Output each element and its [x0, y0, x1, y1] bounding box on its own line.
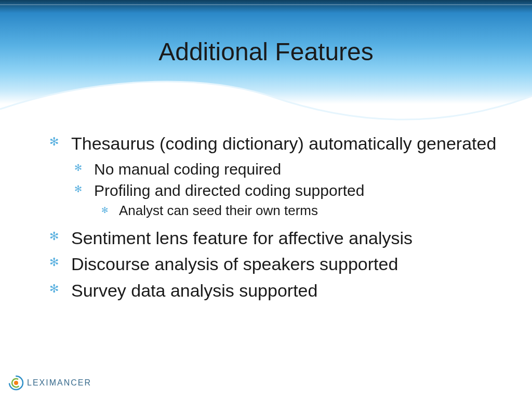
header-wave-decoration — [0, 68, 532, 135]
bullet-item: No manual coding required — [74, 159, 501, 179]
header-divider — [0, 4, 532, 5]
svg-point-2 — [14, 381, 18, 385]
logo-swirl-icon — [8, 375, 24, 391]
bullet-text: Discourse analysis of speakers supported — [71, 254, 398, 274]
logo-text: LEXIMANCER — [27, 378, 91, 388]
bullet-text: Thesaurus (coding dictionary) automatica… — [71, 134, 496, 153]
bullet-text: Survey data analysis supported — [71, 281, 317, 300]
bullet-item: Analyst can seed their own terms — [101, 202, 501, 220]
bullet-item: Survey data analysis supported — [49, 280, 501, 302]
bullet-text: No manual coding required — [94, 161, 281, 178]
bullet-text: Profiling and directed coding supported — [94, 182, 364, 199]
bullet-item: Sentiment lens feature for affective ana… — [49, 227, 501, 249]
slide-content: Thesaurus (coding dictionary) automatica… — [49, 132, 501, 305]
bullet-text: Analyst can seed their own terms — [119, 203, 318, 218]
bullet-item: Thesaurus (coding dictionary) automatica… — [49, 132, 501, 155]
bullet-text: Sentiment lens feature for affective ana… — [71, 228, 413, 248]
nested-bullets: No manual coding required Profiling and … — [49, 159, 501, 220]
bullet-item: Discourse analysis of speakers supported — [49, 253, 501, 275]
slide-title: Additional Features — [0, 37, 532, 66]
bullet-item: Profiling and directed coding supported — [74, 180, 501, 201]
brand-logo: LEXIMANCER — [8, 375, 91, 391]
